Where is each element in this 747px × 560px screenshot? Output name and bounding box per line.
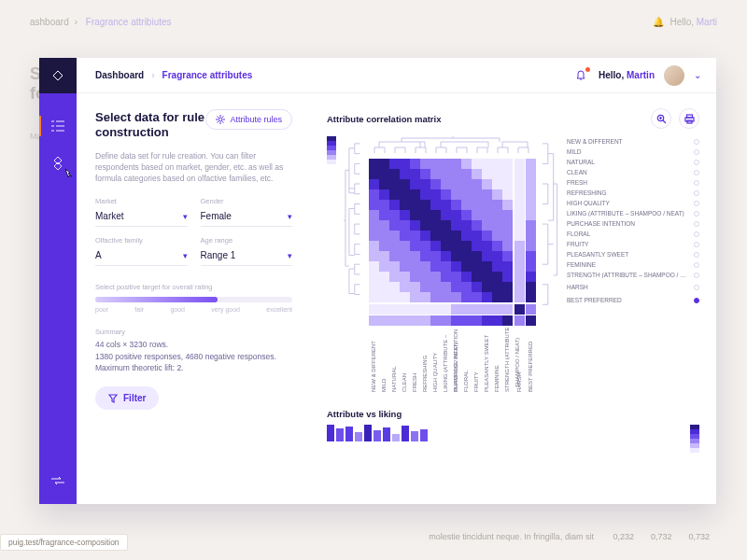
nav-item-composition-icon[interactable] (48, 153, 68, 174)
svg-rect-7 (345, 427, 353, 441)
attribute-toggle[interactable] (694, 231, 699, 237)
zoom-button[interactable] (651, 108, 671, 129)
rating-slider[interactable] (95, 297, 292, 302)
row-label: STRENGTH (ATTRIBUTE – SHAMPOO / NEAT) (567, 270, 699, 280)
market-select[interactable]: Market▾ (95, 208, 188, 227)
market-label: Market (95, 197, 188, 205)
dendrogram-left (344, 136, 362, 319)
breadcrumb-root[interactable]: Dashboard (95, 70, 144, 80)
row-label: NATURAL (567, 157, 699, 167)
attribute-toggle[interactable] (694, 160, 699, 165)
chevron-down-icon: ▾ (288, 212, 292, 221)
matrix-title: Attribute correlation matrix (327, 114, 441, 124)
svg-rect-6 (336, 428, 344, 441)
row-label: HIGH QUALITY (567, 198, 699, 208)
slider-ticks: poorfairgoodvery goodexcellent (95, 306, 292, 313)
row-label: MILD (567, 147, 699, 157)
url-status-chip: puig.test/fragrance-composition (0, 534, 128, 551)
chevron-down-icon: ▾ (183, 212, 188, 221)
liking-title: Attribute vs liking (327, 409, 699, 419)
attribute-toggle[interactable] (694, 149, 699, 155)
color-legend-2 (690, 425, 699, 453)
liking-section: Attribute vs liking (327, 409, 699, 453)
gender-label: Gender (201, 197, 293, 205)
attribute-toggle[interactable] (694, 201, 699, 206)
summary-block: Summary 44 cols × 3230 rows. 1380 positi… (95, 328, 292, 373)
attribute-rules-button[interactable]: Attribute rules (205, 109, 292, 130)
chevron-down-icon: ▾ (183, 251, 188, 260)
row-label: HARSH (567, 282, 699, 292)
attribute-toggle[interactable] (694, 180, 699, 186)
row-label: PLEASANTLY SWEET (567, 249, 699, 259)
breadcrumb: Dashboard › Fragrance attributes (95, 70, 252, 80)
svg-rect-14 (411, 431, 418, 441)
main-panel: Dashboard › Fragrance attributes Hello, … (39, 58, 716, 504)
row-label: LIKING (ATTRIBUTE – SHAMPOO / NEAT) (567, 208, 699, 218)
svg-rect-10 (374, 430, 381, 441)
column-labels: NEW & DIFFERENTMILDNATURALCLEANFRESHREFR… (369, 327, 533, 392)
notifications-bell-icon[interactable] (574, 68, 589, 83)
filter-button[interactable]: Filter (95, 386, 159, 410)
rail-active-indicator (39, 116, 41, 136)
row-label: PURCHASE INTENTION (567, 218, 699, 229)
row-label: BEST PREFERRED (567, 295, 699, 305)
svg-rect-9 (364, 425, 372, 441)
svg-point-0 (218, 118, 222, 121)
dendrogram-top (369, 136, 533, 155)
brand-logo[interactable] (39, 58, 77, 93)
notification-dot (585, 67, 590, 72)
chevron-right-icon: › (151, 70, 154, 80)
config-panel: Select data for rule construction Attrib… (77, 93, 310, 504)
row-label: REFRESHING (567, 188, 699, 198)
collapse-rail-icon[interactable] (48, 470, 68, 491)
attribute-toggle[interactable] (694, 298, 699, 303)
slider-label: Select positive target for overall ratin… (95, 283, 292, 291)
chevron-down-icon: ▾ (288, 251, 292, 260)
olfactive-label: Olfactive family (95, 236, 188, 245)
gender-select[interactable]: Female▾ (201, 208, 293, 227)
attribute-toggle[interactable] (694, 252, 699, 258)
attribute-toggle[interactable] (694, 273, 699, 278)
attribute-toggle[interactable] (694, 170, 699, 175)
attribute-toggle[interactable] (694, 139, 699, 145)
dendrogram-right (541, 136, 559, 319)
liking-chart-preview (327, 425, 439, 441)
heatmap-grid[interactable] (369, 159, 533, 323)
attribute-toggle[interactable] (694, 221, 699, 227)
svg-rect-15 (420, 429, 428, 441)
side-rail (39, 58, 77, 504)
attribute-toggle[interactable] (694, 242, 699, 247)
filter-icon (108, 394, 118, 403)
row-label: FEMININE (567, 259, 699, 270)
viz-panel: Attribute correlation matrix (310, 93, 716, 504)
attribute-toggle[interactable] (694, 262, 699, 268)
config-description: Define data set for rule creation. You c… (95, 150, 292, 185)
age-range-select[interactable]: Range 1▾ (201, 247, 293, 266)
topbar: Dashboard › Fragrance attributes Hello, … (77, 58, 716, 93)
svg-rect-12 (392, 434, 400, 441)
row-label: NEW & DIFFERENT (567, 136, 699, 147)
svg-rect-5 (327, 425, 334, 441)
breadcrumb-page[interactable]: Fragrance attributes (162, 70, 253, 80)
correlation-matrix: NEW & DIFFERENTMILDNATURALCLEANFRESHREFR… (327, 136, 699, 392)
attribute-toggle[interactable] (694, 211, 699, 217)
user-menu-chevron-icon[interactable]: ⌄ (694, 70, 701, 80)
row-label: FRESH (567, 177, 699, 188)
row-label: FRUITY (567, 239, 699, 249)
row-labels: NEW & DIFFERENTMILDNATURALCLEANFRESHREFR… (567, 136, 699, 305)
avatar[interactable] (664, 65, 684, 86)
svg-rect-11 (383, 427, 390, 441)
nav-item-rules-icon[interactable] (48, 116, 68, 136)
greeting: Hello, Martin (599, 70, 655, 80)
zoom-icon (656, 114, 667, 124)
row-label: CLEAN (567, 167, 699, 177)
print-button[interactable] (679, 108, 699, 129)
attribute-toggle[interactable] (694, 285, 699, 290)
svg-rect-8 (355, 432, 362, 441)
age-range-label: Age range (201, 236, 293, 245)
content-area: Dashboard › Fragrance attributes Hello, … (77, 58, 716, 504)
attribute-toggle[interactable] (694, 190, 699, 196)
olfactive-select[interactable]: A▾ (95, 247, 188, 266)
settings-icon (216, 115, 225, 124)
row-label: FLORAL (567, 229, 699, 239)
